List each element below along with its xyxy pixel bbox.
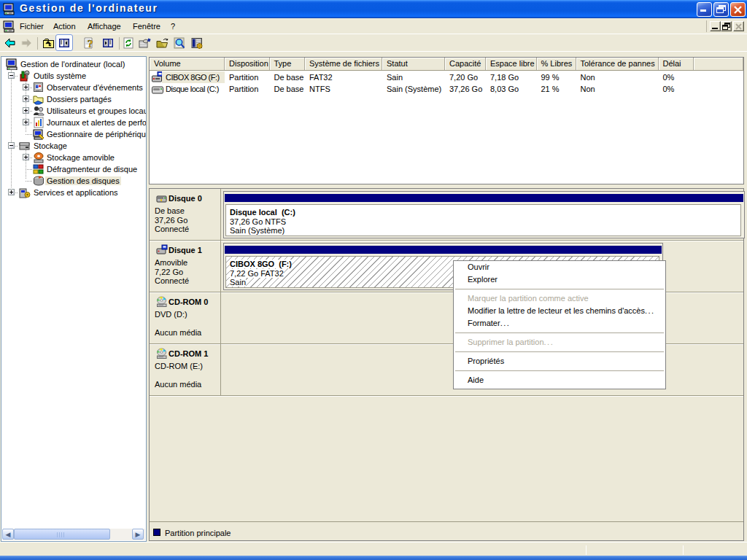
svg-text:?: ? [88,38,93,50]
